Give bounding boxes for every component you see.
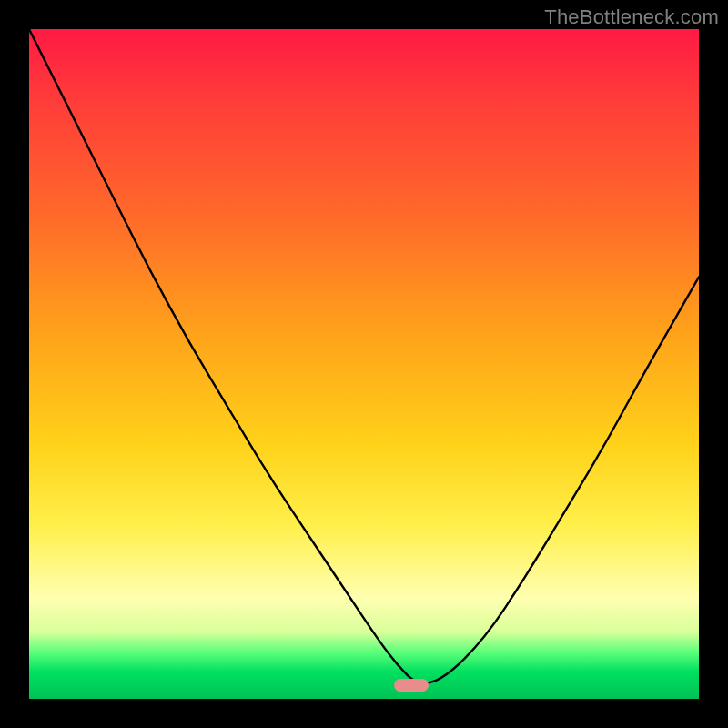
plot-area [29, 29, 699, 699]
watermark-text: TheBottleneck.com [544, 5, 719, 29]
optimal-marker [394, 679, 429, 692]
bottleneck-curve [29, 29, 699, 699]
chart-frame: TheBottleneck.com [0, 0, 728, 728]
